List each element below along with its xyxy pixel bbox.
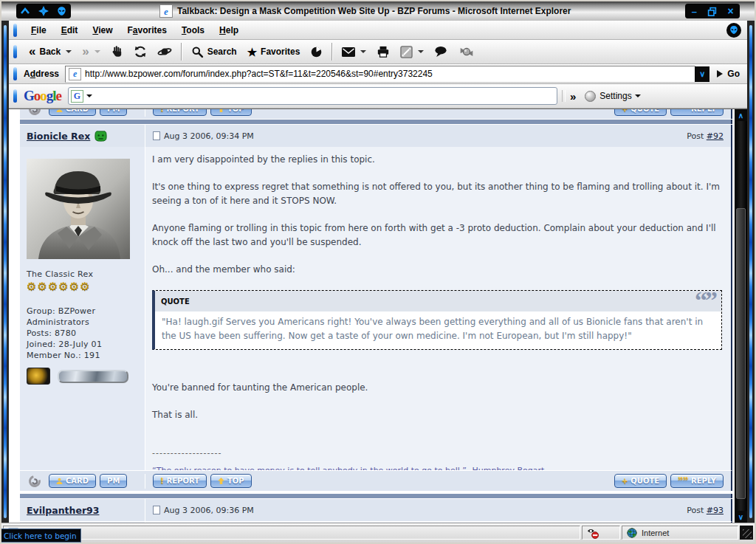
menu-edit[interactable]: Edit (54, 25, 86, 35)
google-settings-button[interactable]: Settings (599, 91, 631, 101)
history-clock-icon (310, 46, 323, 58)
report-button[interactable]: !REPORT (153, 474, 207, 488)
status-bar: Internet (1, 523, 755, 543)
minimize-button[interactable]: – (687, 5, 701, 17)
post-number-link[interactable]: #92 (707, 131, 724, 141)
close-button[interactable]: × (724, 5, 738, 17)
scroll-down-button[interactable]: ∨ (735, 511, 747, 523)
quote-header: QUOTE “” (155, 291, 721, 311)
author-link[interactable]: Bionicle Rex (27, 131, 90, 142)
back-button[interactable]: «Back (24, 47, 77, 58)
standard-toolbar: «Back » Search ★Favorites (9, 40, 747, 64)
star-icon: ★ (247, 47, 257, 58)
menu-bar: FileEditViewFavoritesToolsHelp (9, 21, 747, 40)
alien-icon[interactable] (55, 5, 69, 17)
forum-post-table: CARD PM !REPORT TOP +QUOTE ””REPLY (20, 109, 732, 523)
addressbar-grip[interactable] (13, 67, 17, 80)
toolbar-grip[interactable] (13, 45, 17, 58)
home-button[interactable] (152, 45, 177, 58)
address-dropdown-button[interactable]: ∨ (695, 66, 709, 82)
google-g-dropdown[interactable] (86, 94, 92, 97)
top-button[interactable]: TOP (210, 474, 252, 488)
member-rank-pips: ⚙⚙⚙⚙⚙⚙ (27, 281, 138, 292)
resize-grip[interactable] (740, 526, 753, 540)
card-button[interactable]: CARD (49, 109, 96, 116)
post-paragraph: I am very disappointed by the replies in… (152, 153, 722, 167)
reply-button[interactable]: ””REPLY (670, 474, 724, 488)
speech-bubble-icon (434, 46, 447, 58)
forward-button[interactable]: » (77, 47, 105, 58)
up-arrow-icon (218, 109, 224, 112)
post-number-link[interactable]: #93 (707, 506, 724, 515)
history-button[interactable] (305, 46, 328, 58)
print-button[interactable] (371, 46, 395, 58)
forum-page: CARD PM !REPORT TOP +QUOTE ””REPLY (9, 109, 735, 523)
quote-button[interactable]: +QUOTE (614, 109, 667, 116)
favorites-button[interactable]: ★Favorites (242, 47, 306, 58)
privacy-report-segment[interactable] (582, 526, 620, 540)
mail-button[interactable] (337, 47, 371, 57)
window-skin-buttons (16, 4, 71, 18)
googlebar-overflow-chevron[interactable]: » (570, 90, 576, 103)
pm-button[interactable]: PM (100, 474, 127, 488)
menu-favorites[interactable]: Favorites (120, 25, 174, 35)
menu-items: FileEditViewFavoritesToolsHelp (24, 25, 246, 35)
top-button[interactable]: TOP (210, 109, 252, 116)
author-link[interactable]: Evilpanther93 (27, 505, 99, 516)
throbber-alien-icon (726, 23, 741, 38)
planet-home-icon (157, 45, 172, 58)
quote-marks-icon: “” (695, 288, 715, 313)
reply-button[interactable]: ””REPLY (670, 109, 724, 116)
google-search-input[interactable]: G (68, 87, 557, 105)
restore-button[interactable] (705, 5, 720, 17)
search-button[interactable]: Search (186, 46, 242, 58)
vertical-scrollbar[interactable]: ∧ ∨ (735, 109, 747, 523)
menu-tools[interactable]: Tools (174, 25, 212, 35)
post-paragraph: That is all. (152, 408, 722, 422)
menu-view[interactable]: View (85, 25, 120, 35)
address-input[interactable]: e http://www.bzpower.com/forum/index.php… (65, 66, 695, 83)
window-controls: – × (685, 4, 740, 18)
member-title: The Classic Rex (27, 269, 138, 280)
scroll-up-button[interactable]: ∧ (735, 109, 747, 121)
rank-pip-icon: ⚙ (69, 280, 80, 293)
stop-button[interactable] (106, 45, 128, 58)
messenger-button[interactable] (453, 45, 481, 59)
post-content-column: I am very disappointed by the replies in… (145, 147, 731, 470)
ie-page-icon: e (69, 68, 81, 80)
go-arrow-icon (717, 70, 723, 78)
menu-file[interactable]: File (24, 25, 54, 35)
menubar-grip[interactable] (13, 24, 17, 37)
edit-button[interactable] (395, 46, 429, 58)
post-date: Aug 3 2006, 09:34 PM (164, 131, 254, 141)
window-title: Talkback: Design a Mask Competition Web … (177, 6, 571, 16)
google-settings-dropdown[interactable] (635, 94, 641, 97)
go-button[interactable]: Go (709, 69, 747, 79)
pm-button[interactable]: PM (100, 109, 127, 116)
rollup-button[interactable] (18, 5, 32, 17)
security-zone-segment: Internet (622, 526, 738, 540)
internet-globe-icon (627, 528, 637, 538)
refresh-icon (134, 45, 147, 58)
report-button[interactable]: !REPORT (153, 109, 207, 116)
googlebar-grip[interactable] (13, 89, 17, 103)
address-bar: Address e http://www.bzpower.com/forum/i… (9, 64, 747, 84)
discuss-button[interactable] (429, 46, 453, 58)
toolbar-separator (181, 43, 182, 61)
menu-help[interactable]: Help (212, 25, 246, 35)
member-joined: Joined: 28-July 01 (27, 339, 138, 350)
quote-button[interactable]: +QUOTE (614, 474, 667, 488)
toolbar-separator (331, 43, 333, 61)
pinwheel-icon[interactable] (36, 5, 51, 17)
rank-pip-icon: ⚙ (48, 280, 58, 293)
rank-pip-icon: ⚙ (80, 280, 90, 293)
member-icon (56, 478, 63, 484)
scrollbar-thumb[interactable] (736, 208, 746, 499)
member-info-column: The Classic Rex ⚙⚙⚙⚙⚙⚙ Group: BZPower Ad… (20, 147, 145, 470)
signature: ------------------- “The only reason to … (152, 446, 722, 470)
card-button[interactable]: CARD (49, 474, 96, 488)
refresh-button[interactable] (128, 45, 152, 58)
member-number: Member No.: 191 (27, 350, 138, 361)
avatar (27, 159, 130, 259)
google-g-icon[interactable]: G (71, 90, 83, 103)
